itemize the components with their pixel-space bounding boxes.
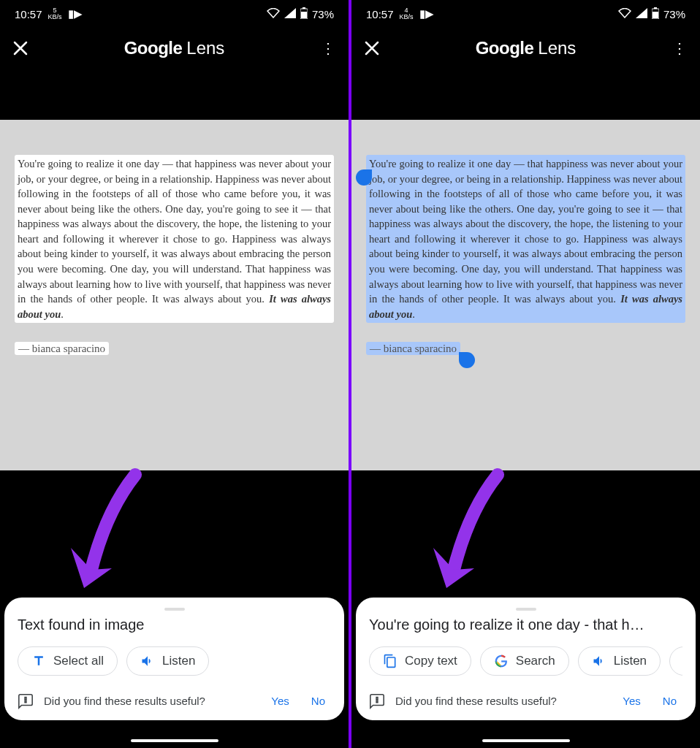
feedback-prompt: Did you find these results useful? bbox=[44, 695, 205, 707]
feedback-icon bbox=[18, 693, 34, 709]
detected-author[interactable]: — bianca sparacino bbox=[15, 342, 109, 355]
detected-text-selected[interactable]: You're going to realize it one day — tha… bbox=[366, 155, 685, 323]
battery-icon bbox=[300, 7, 308, 21]
battery-percent: 73% bbox=[312, 8, 334, 20]
app-title: GoogleLens bbox=[476, 38, 577, 58]
wifi-icon bbox=[267, 8, 280, 20]
overflow-icon[interactable]: ⋮ bbox=[319, 45, 337, 51]
sheet-title: Text found in image bbox=[18, 617, 331, 633]
app-bar: GoogleLens ⋮ bbox=[351, 28, 700, 69]
svg-rect-5 bbox=[653, 12, 658, 18]
chip-label: Listen bbox=[162, 654, 195, 668]
chip-label: Select all bbox=[53, 654, 104, 668]
wifi-icon bbox=[618, 8, 631, 20]
svg-rect-1 bbox=[303, 7, 305, 9]
battery-icon bbox=[652, 7, 659, 21]
listen-button[interactable]: Listen bbox=[126, 646, 209, 676]
feedback-yes[interactable]: Yes bbox=[265, 692, 294, 710]
app-bar: GoogleLens ⋮ bbox=[0, 28, 349, 69]
status-time: 10:57 bbox=[366, 8, 394, 20]
bottom-sheet[interactable]: You're going to realize it one day - tha… bbox=[356, 598, 696, 720]
scanned-image[interactable]: You're going to realize it one day — tha… bbox=[351, 120, 700, 470]
signal-icon bbox=[284, 8, 296, 20]
status-time: 10:57 bbox=[15, 8, 42, 20]
screenshot-left: 10:57 5KB/s ▮▶ 73% GoogleLens ⋮ You're g… bbox=[0, 0, 349, 748]
selection-handle-start[interactable] bbox=[356, 169, 372, 186]
feedback-yes[interactable]: Yes bbox=[617, 692, 646, 710]
app-title: GoogleLens bbox=[124, 38, 225, 58]
close-icon[interactable] bbox=[363, 39, 381, 57]
sheet-title: You're going to realize it one day - tha… bbox=[369, 617, 682, 633]
chip-label: Search bbox=[516, 654, 555, 668]
select-all-button[interactable]: Select all bbox=[18, 646, 118, 676]
status-bar: 10:57 5KB/s ▮▶ 73% bbox=[0, 0, 349, 28]
chip-label: Listen bbox=[614, 654, 647, 668]
home-indicator[interactable] bbox=[482, 739, 570, 742]
feedback-no[interactable]: No bbox=[305, 692, 331, 710]
selection-handle-end[interactable] bbox=[459, 352, 475, 368]
feedback-icon bbox=[369, 693, 385, 709]
copy-text-button[interactable]: Copy text bbox=[369, 646, 471, 676]
scanned-image[interactable]: You're going to realize it one day — tha… bbox=[0, 120, 349, 470]
home-indicator[interactable] bbox=[131, 739, 218, 742]
battery-percent: 73% bbox=[663, 8, 685, 20]
feedback-prompt: Did you find these results useful? bbox=[395, 695, 557, 707]
detected-text[interactable]: You're going to realize it one day — tha… bbox=[15, 155, 334, 323]
status-bar: 10:57 4KB/s ▮▶ 73% bbox=[351, 0, 700, 28]
drag-handle[interactable] bbox=[516, 608, 536, 611]
listen-button[interactable]: Listen bbox=[578, 646, 661, 676]
detected-author-selected[interactable]: — bianca sparacino bbox=[366, 342, 460, 355]
status-icon: ▮▶ bbox=[419, 7, 434, 20]
status-icon: ▮▶ bbox=[68, 7, 83, 20]
svg-rect-4 bbox=[654, 7, 657, 9]
drag-handle[interactable] bbox=[164, 608, 185, 611]
signal-icon bbox=[636, 8, 647, 20]
search-button[interactable]: Search bbox=[480, 646, 569, 676]
overflow-icon[interactable]: ⋮ bbox=[671, 45, 688, 51]
bottom-sheet[interactable]: Text found in image Select all Listen Di… bbox=[4, 598, 344, 720]
close-icon[interactable] bbox=[12, 39, 29, 57]
chip-label: Copy text bbox=[405, 654, 457, 668]
feedback-no[interactable]: No bbox=[657, 692, 682, 710]
translate-button[interactable]: 文 Tr bbox=[669, 646, 682, 676]
svg-rect-2 bbox=[301, 12, 307, 18]
screenshot-right: 10:57 4KB/s ▮▶ 73% GoogleLens ⋮ You're g… bbox=[351, 0, 700, 748]
